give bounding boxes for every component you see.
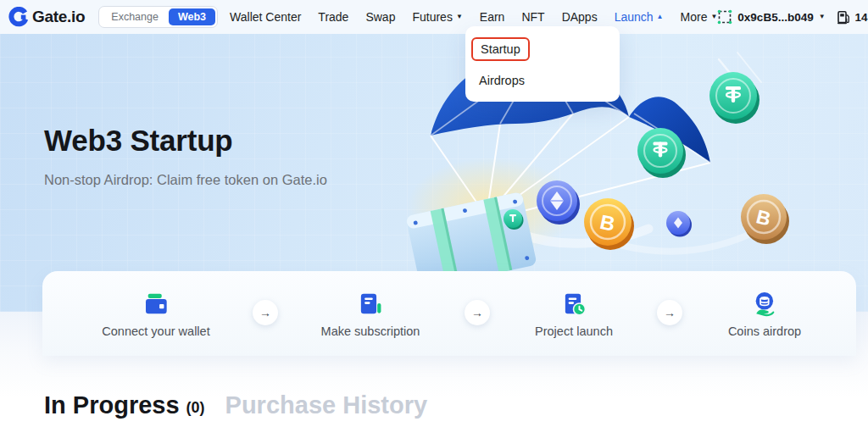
exchange-web3-toggle: Exchange Web3: [98, 6, 218, 28]
nav-trade[interactable]: Trade: [318, 10, 348, 24]
toggle-web3[interactable]: Web3: [169, 8, 215, 25]
caret-down-icon: ▼: [456, 14, 463, 20]
nav-dapps[interactable]: DApps: [562, 10, 598, 24]
step-label: Connect your wallet: [102, 324, 209, 338]
header-right-cluster: 0x9cB5...b049 ▼ 14.98 Gwei ▼: [717, 9, 868, 25]
step-make-subscription: Make subscription: [321, 291, 420, 338]
nav-futures[interactable]: Futures▼: [412, 10, 462, 24]
page-title: Web3 Startup: [44, 124, 233, 158]
nav-swap[interactable]: Swap: [365, 10, 395, 24]
step-label: Make subscription: [321, 324, 420, 338]
wallet-address: 0x9cB5...b049: [737, 11, 813, 24]
gate-logo[interactable]: Gate.io: [8, 7, 85, 27]
tab-purchase-history[interactable]: Purchase History: [225, 391, 428, 419]
step-connect-wallet: Connect your wallet: [102, 291, 209, 338]
arrow-right-icon: →: [465, 300, 490, 325]
project-launch-icon: [561, 291, 587, 317]
wallet-address-menu[interactable]: 0x9cB5...b049 ▼: [717, 9, 825, 25]
gas-value: 14.98: [855, 11, 868, 24]
gas-price-menu[interactable]: 14.98 Gwei ▼: [837, 9, 868, 25]
top-navigation-bar: Gate.io Exchange Web3 Wallet Center Trad…: [0, 0, 868, 34]
subscription-icon: [358, 291, 383, 317]
caret-up-icon: ▲: [657, 14, 664, 20]
caret-down-icon: ▼: [710, 14, 717, 20]
toggle-exchange[interactable]: Exchange: [101, 8, 169, 25]
wallet-icon: [143, 291, 169, 317]
menu-item-startup[interactable]: Startup: [471, 37, 530, 61]
caret-down-icon: ▼: [819, 14, 826, 20]
gate-logo-icon: [8, 7, 29, 27]
nav-earn[interactable]: Earn: [480, 10, 505, 24]
nav-launch[interactable]: Launch▲: [615, 10, 664, 24]
in-progress-count: (0): [186, 399, 205, 419]
logo-text: Gate.io: [32, 8, 85, 26]
gas-pump-icon: [837, 9, 850, 25]
step-project-launch: Project launch: [535, 291, 613, 338]
main-nav: Wallet Center Trade Swap Futures▼ Earn N…: [230, 10, 717, 24]
step-label: Coins airdrop: [728, 324, 801, 338]
menu-item-airdrops[interactable]: Airdrops: [479, 74, 608, 87]
page-subtitle: Non-stop Airdrop: Claim free token on Ga…: [44, 172, 327, 188]
project-list-tabs: In Progress (0) Purchase History: [44, 391, 427, 419]
step-label: Project launch: [535, 324, 613, 338]
nav-nft[interactable]: NFT: [521, 10, 544, 24]
arrow-right-icon: →: [253, 300, 278, 325]
step-coins-airdrop: Coins airdrop: [728, 291, 801, 338]
wallet-avatar-icon: [717, 9, 732, 25]
how-it-works-card: Connect your wallet → Make subscription …: [42, 271, 856, 356]
launch-dropdown-menu: Startup Airdrops: [465, 26, 620, 102]
coins-airdrop-icon: [752, 291, 777, 317]
nav-more[interactable]: More▼: [681, 10, 718, 24]
nav-wallet-center[interactable]: Wallet Center: [230, 10, 301, 24]
arrow-right-icon: →: [657, 300, 682, 325]
tab-in-progress[interactable]: In Progress: [44, 391, 180, 419]
